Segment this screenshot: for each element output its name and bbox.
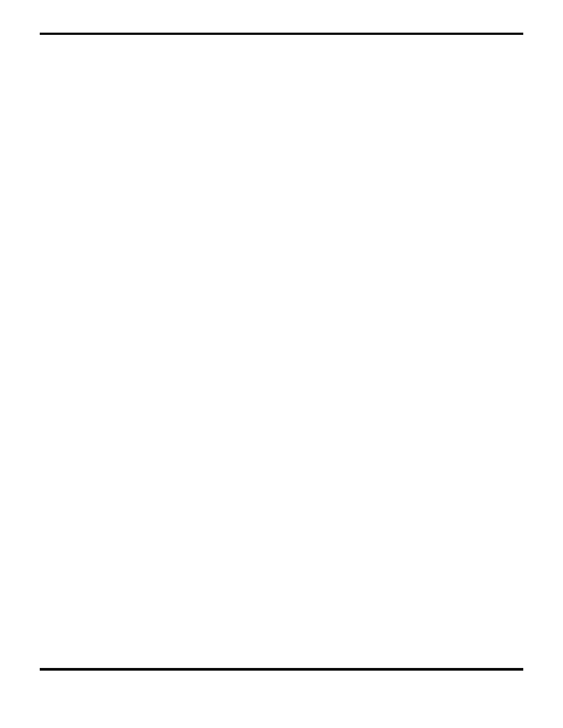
page-footer bbox=[40, 667, 523, 702]
top-rule bbox=[40, 33, 523, 35]
datasheet-page bbox=[0, 0, 563, 728]
